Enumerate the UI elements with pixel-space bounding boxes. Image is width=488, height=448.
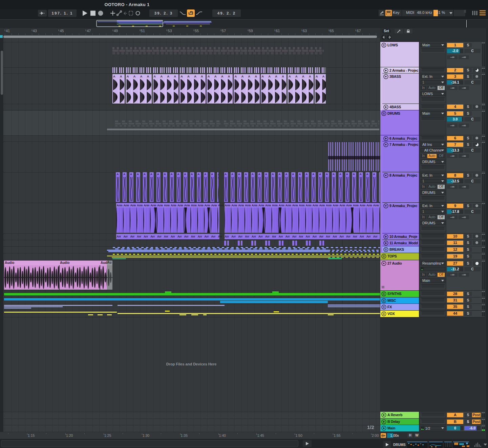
svg-text:A: A — [255, 75, 257, 78]
svg-text:Arm: Arm — [373, 204, 379, 207]
svg-text:Arr: Arr — [130, 235, 134, 238]
svg-text:A: A — [181, 75, 183, 78]
svg-text:Arm: Arm — [157, 204, 163, 207]
svg-text:A: A — [282, 75, 284, 78]
svg-text:Arm: Arm — [353, 204, 359, 207]
svg-text:A: A — [241, 75, 244, 78]
svg-text:Arm: Arm — [130, 204, 136, 207]
svg-text:Arr: Arr — [279, 235, 283, 238]
svg-text:Arr: Arr — [299, 235, 303, 238]
svg-text:Arm: Arm — [346, 204, 352, 207]
svg-text:A: A — [235, 75, 237, 78]
svg-text:A: A — [154, 75, 156, 78]
svg-text:A: A — [289, 75, 291, 78]
svg-text:A: A — [194, 75, 196, 78]
svg-text:Arr: Arr — [137, 235, 141, 238]
svg-text:Arr: Arr — [272, 235, 276, 238]
svg-text:Arr: Arr — [353, 235, 357, 238]
svg-text:A: A — [161, 75, 163, 78]
svg-text:Arr: Arr — [265, 235, 270, 238]
svg-text:A: A — [228, 75, 230, 78]
svg-text:Arm: Arm — [326, 204, 332, 207]
svg-text:Arm: Arm — [333, 204, 338, 207]
svg-text:Arm: Arm — [285, 204, 291, 207]
svg-text:Arm: Arm — [306, 204, 312, 207]
svg-text:Arr: Arr — [198, 235, 202, 238]
svg-text:A: A — [208, 75, 210, 78]
svg-text:Arm: Arm — [258, 204, 264, 207]
svg-text:Arr: Arr — [306, 235, 310, 238]
svg-text:Arm: Arm — [144, 204, 149, 207]
svg-text:Arr: Arr — [366, 235, 371, 238]
svg-text:A: A — [248, 75, 251, 78]
svg-text:A: A — [147, 75, 149, 78]
svg-text:Arr: Arr — [123, 235, 128, 238]
svg-text:A: A — [302, 75, 304, 78]
svg-text:A: A — [201, 75, 203, 78]
svg-text:Arm: Arm — [184, 204, 190, 207]
svg-text:Arr: Arr — [144, 235, 148, 238]
svg-text:Arr: Arr — [333, 235, 337, 238]
svg-text:Arr: Arr — [164, 235, 168, 238]
svg-text:Arm: Arm — [164, 204, 170, 207]
svg-text:Arm: Arm — [225, 204, 230, 207]
svg-text:A: A — [127, 75, 129, 78]
svg-text:Arr: Arr — [171, 235, 175, 238]
svg-text:Arr: Arr — [191, 235, 195, 238]
svg-text:Arr: Arr — [285, 235, 290, 238]
svg-text:A: A — [113, 75, 115, 78]
svg-text:A: A — [167, 75, 169, 78]
svg-text:Arm: Arm — [171, 204, 176, 207]
svg-text:Arr: Arr — [258, 235, 263, 238]
svg-text:Arr: Arr — [231, 235, 236, 238]
svg-text:Arr: Arr — [117, 235, 121, 238]
svg-text:Arr: Arr — [238, 235, 242, 238]
svg-text:A: A — [262, 75, 264, 78]
svg-text:Arm: Arm — [299, 204, 305, 207]
svg-text:Arm: Arm — [150, 204, 156, 207]
svg-text:Arm: Arm — [177, 204, 183, 207]
svg-text:Arm: Arm — [205, 204, 210, 207]
svg-text:Arm: Arm — [360, 204, 365, 207]
svg-text:A: A — [174, 75, 176, 78]
svg-text:Arm: Arm — [198, 204, 204, 207]
svg-text:Arr: Arr — [184, 235, 189, 238]
svg-text:Arm: Arm — [245, 204, 251, 207]
svg-text:Arm: Arm — [292, 204, 298, 207]
svg-text:Arr: Arr — [373, 235, 378, 238]
svg-text:Arr: Arr — [225, 235, 229, 238]
svg-text:Arm: Arm — [211, 204, 217, 207]
svg-text:Arm: Arm — [123, 204, 129, 207]
svg-text:Arm: Arm — [238, 204, 244, 207]
svg-text:Arm: Arm — [272, 204, 278, 207]
svg-text:Arm: Arm — [137, 204, 143, 207]
svg-text:Arr: Arr — [360, 235, 364, 238]
svg-text:Arr: Arr — [205, 235, 209, 238]
svg-text:Arr: Arr — [319, 235, 323, 238]
svg-text:A: A — [133, 75, 136, 78]
svg-text:Arr: Arr — [157, 235, 162, 238]
svg-text:Arr: Arr — [218, 235, 222, 238]
svg-text:Arm: Arm — [265, 204, 271, 207]
svg-text:A: A — [268, 75, 271, 78]
svg-text:A: A — [295, 75, 298, 78]
svg-text:Arr: Arr — [177, 235, 182, 238]
svg-text:Arm: Arm — [117, 204, 123, 207]
svg-text:Arm: Arm — [313, 204, 318, 207]
svg-text:A: A — [309, 75, 311, 78]
svg-text:Arm: Arm — [279, 204, 284, 207]
svg-text:A: A — [214, 75, 217, 78]
svg-text:Arm: Arm — [252, 204, 257, 207]
svg-text:Arr: Arr — [211, 235, 216, 238]
svg-text:Arm: Arm — [339, 204, 345, 207]
svg-text:Arm: Arm — [218, 204, 224, 207]
svg-text:Arr: Arr — [339, 235, 344, 238]
svg-text:Arr: Arr — [346, 235, 351, 238]
svg-text:Arr: Arr — [313, 235, 317, 238]
svg-text:A: A — [316, 75, 318, 78]
svg-text:Arr: Arr — [150, 235, 155, 238]
svg-text:A: A — [221, 75, 224, 78]
svg-text:Arr: Arr — [245, 235, 249, 238]
svg-text:Arr: Arr — [252, 235, 256, 238]
svg-text:Arm: Arm — [231, 204, 237, 207]
